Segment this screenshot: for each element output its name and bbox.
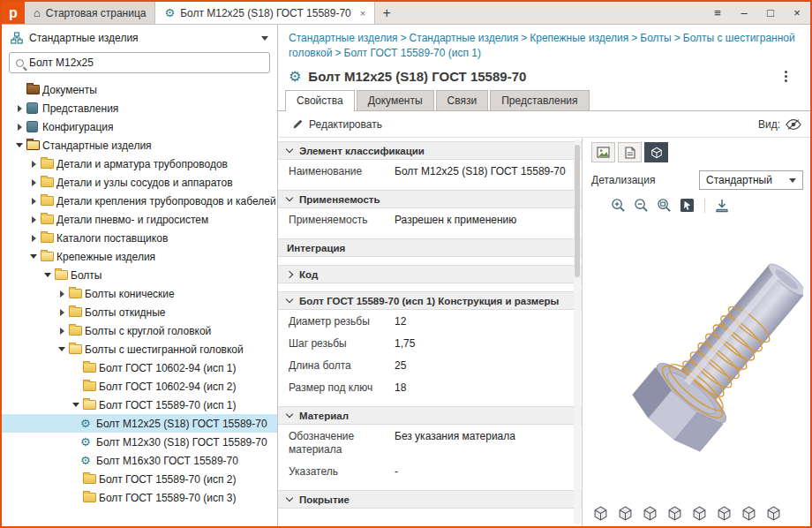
section-header-material[interactable]: Материал — [278, 406, 582, 425]
tree-item-configuration[interactable]: Конфигурация — [2, 117, 277, 136]
tree-item[interactable]: Болт ГОСТ 10602-94 (исп 2) — [2, 377, 277, 396]
zoom-out-button[interactable] — [634, 198, 649, 213]
expand-icon[interactable] — [18, 105, 22, 112]
tab-links[interactable]: Связи — [436, 90, 489, 110]
breadcrumb-item[interactable]: Болт ГОСТ 15589-70 (исп 1) — [344, 47, 481, 59]
doc-tab-bolt[interactable]: ⚙ Болт М12х25 (S18) ГОСТ 15589-70 × — [155, 2, 375, 24]
chevron-down-icon — [286, 296, 293, 303]
view-orientation-icon[interactable] — [618, 506, 633, 521]
breadcrumb-item[interactable]: Крепежные изделия — [530, 32, 628, 44]
tab-close-icon[interactable]: × — [360, 8, 365, 19]
expand-icon[interactable] — [32, 235, 36, 242]
collapse-icon[interactable] — [30, 254, 37, 259]
tab-documents[interactable]: Документы — [357, 90, 434, 110]
preview-tab-3d[interactable] — [644, 142, 668, 162]
tree-item[interactable]: Болты конические — [2, 284, 277, 303]
tree-item[interactable]: ⚙Болт М16х30 ГОСТ 15589-70 — [2, 451, 277, 470]
section-header-applicability[interactable]: Применяемость — [278, 190, 582, 208]
tree-item[interactable]: Детали крепления трубопроводов и кабелей — [2, 192, 277, 210]
tree-item-views[interactable]: Представления — [2, 99, 277, 117]
edit-button[interactable]: Редактировать — [287, 116, 387, 133]
tree-item[interactable]: Детали и узлы сосудов и аппаратов — [2, 173, 277, 192]
search-box — [9, 52, 270, 73]
view-orientation-icon[interactable] — [741, 506, 756, 521]
eye-slash-icon[interactable] — [786, 118, 801, 131]
expand-icon[interactable] — [32, 216, 36, 223]
doc-tab-start-page[interactable]: ⌂ Стартовая страница — [25, 2, 155, 24]
zoom-fit-button[interactable] — [657, 198, 672, 213]
more-actions-button[interactable] — [779, 69, 793, 84]
new-tab-button[interactable]: + — [375, 2, 398, 24]
expand-icon[interactable] — [60, 328, 64, 335]
section-header-integration[interactable]: Интеграция — [278, 238, 582, 257]
tree-item[interactable]: ⚙Болт М12х30 (S18) ГОСТ 15589-70 — [2, 433, 277, 451]
tree-item[interactable]: Детали и арматура трубопроводов — [2, 155, 277, 173]
tree-item-fasteners[interactable]: Крепежные изделия — [2, 247, 277, 266]
tree-item-selected-bolt[interactable]: ⚙Болт М12х25 (S18) ГОСТ 15589-70 — [2, 414, 277, 433]
view-orientation-icon[interactable] — [667, 506, 682, 521]
collapse-icon[interactable] — [44, 273, 51, 277]
expand-icon[interactable] — [18, 124, 22, 131]
preview-tab-sketch[interactable] — [618, 142, 642, 162]
preview-tab-image[interactable] — [591, 142, 615, 162]
tree-item-bolts[interactable]: Болты — [2, 266, 277, 284]
pencil-icon — [292, 118, 304, 130]
tree-item[interactable]: Болт ГОСТ 15589-70 (исп 3) — [2, 488, 277, 507]
library-selector[interactable]: Стандартные изделия — [2, 25, 277, 51]
collapse-icon[interactable] — [16, 143, 23, 147]
close-button[interactable]: × — [784, 2, 810, 24]
detail-level-select[interactable]: Стандартный — [699, 170, 803, 190]
collapse-icon[interactable] — [58, 347, 65, 351]
main-menu-button[interactable]: ≡ — [704, 2, 731, 24]
section-header-coating[interactable]: Покрытие — [278, 490, 582, 509]
expand-icon[interactable] — [32, 161, 36, 168]
expand-icon[interactable] — [32, 179, 36, 186]
section-header-dimensions[interactable]: Болт ГОСТ 15589-70 (исп 1) Конструкция и… — [278, 291, 582, 310]
properties-scrollbar[interactable] — [574, 140, 581, 524]
app-logo[interactable]: p — [2, 2, 25, 24]
tree-item-hex-bolts[interactable]: Болты с шестигранной головкой — [2, 340, 277, 358]
view-orientation-icon[interactable] — [643, 506, 658, 521]
preview-mode-tabs — [591, 142, 803, 162]
tree-item[interactable]: Детали пневмо- и гидросистем — [2, 210, 277, 229]
collapse-icon[interactable] — [72, 403, 79, 407]
breadcrumb-item[interactable]: Стандартные изделия — [410, 32, 519, 44]
catalog-tree: Документы Представления Конфигурация Ста… — [2, 79, 277, 526]
tree-item[interactable]: Болты откидные — [2, 303, 277, 321]
model-viewport[interactable] — [591, 213, 803, 503]
section-header-code[interactable]: Код — [278, 265, 582, 283]
minimize-button[interactable]: – — [731, 2, 757, 24]
maximize-button[interactable]: □ — [757, 2, 784, 24]
tab-views[interactable]: Представления — [490, 90, 589, 110]
folder-icon — [41, 233, 54, 243]
breadcrumb-item[interactable]: Стандартные изделия — [289, 32, 398, 44]
doc-tab-label: Стартовая страница — [46, 7, 147, 19]
save-image-button[interactable] — [715, 199, 729, 213]
view-orientation-icon[interactable] — [766, 506, 781, 521]
view-orientation-icon[interactable] — [692, 506, 707, 521]
view-orientation-icon[interactable] — [593, 506, 608, 521]
zoom-in-button[interactable] — [611, 198, 626, 213]
tab-properties[interactable]: Свойства — [285, 90, 355, 111]
bolt-3d-model — [591, 226, 803, 491]
scrollbar-thumb[interactable] — [575, 145, 580, 277]
view-orientation-bar — [591, 503, 803, 524]
expand-icon[interactable] — [60, 290, 64, 298]
tree-item[interactable]: Болт ГОСТ 10602-94 (исп 1) — [2, 358, 277, 377]
search-input[interactable] — [29, 57, 263, 69]
section-header-classification[interactable]: Элемент классификации — [278, 141, 582, 160]
rotate-mode-button[interactable] — [680, 198, 695, 213]
tree-item-documents[interactable]: Документы — [2, 80, 277, 99]
expand-icon[interactable] — [60, 309, 64, 316]
view-orientation-icon[interactable] — [717, 506, 732, 521]
tree-item-gost-15589-isp1[interactable]: Болт ГОСТ 15589-70 (исп 1) — [2, 396, 277, 414]
folder-icon — [83, 474, 96, 484]
tree-item[interactable]: Болт ГОСТ 15589-70 (исп 2) — [2, 470, 277, 488]
breadcrumb-item[interactable]: Болты — [640, 32, 671, 44]
tree-item[interactable]: Болты с круглой головкой — [2, 321, 277, 340]
expand-icon[interactable] — [32, 198, 36, 205]
part-icon: ⚙ — [289, 68, 301, 85]
tree-item[interactable]: Каталоги поставщиков — [2, 229, 277, 247]
page-title: Болт М12х25 (S18) ГОСТ 15589-70 — [308, 69, 526, 84]
tree-item-standard-parts[interactable]: Стандартные изделия — [2, 136, 277, 155]
